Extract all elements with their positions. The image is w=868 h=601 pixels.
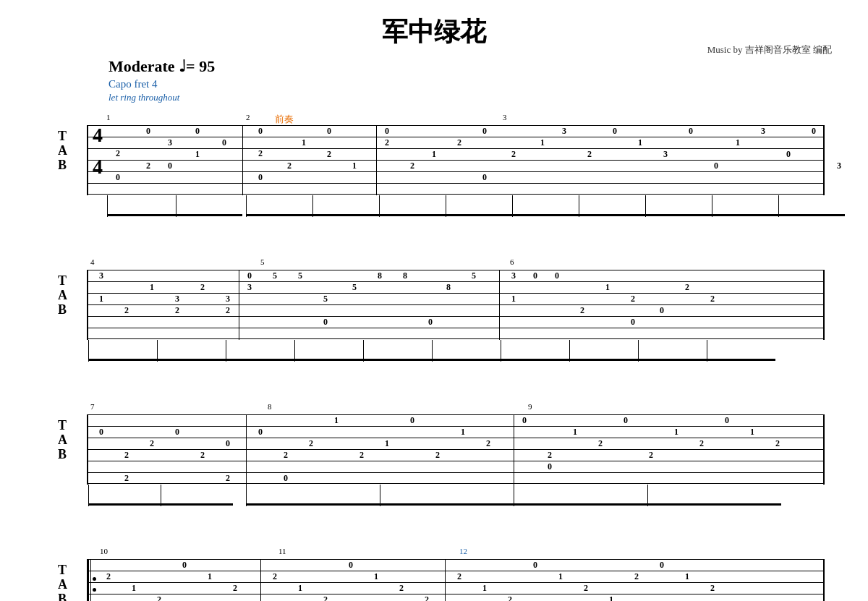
note: 1	[605, 282, 610, 293]
note: 2	[323, 594, 328, 601]
tempo-label: Moderate ♩= 95	[109, 57, 868, 76]
note: 2	[150, 438, 154, 449]
note: 0	[258, 427, 263, 438]
note: 1	[685, 571, 689, 582]
tab-system-1: T A B 4 4 前奏 1 2 0	[43, 107, 825, 223]
staff-4: T A B 10 2 0 1 2 0 1 2 11 2 0 1	[43, 541, 825, 601]
staff-lines-2	[87, 270, 825, 339]
note: 0	[258, 172, 263, 183]
note: 0	[222, 137, 226, 148]
note: 0	[555, 270, 559, 281]
note: 1	[558, 571, 563, 582]
note: 0	[323, 317, 328, 328]
tab-system-4: T A B 10 2 0 1 2 0 1 2 11 2 0 1	[43, 541, 825, 601]
measure-num-3: 3	[503, 113, 507, 122]
note: 0	[349, 560, 353, 571]
note: 0	[714, 161, 718, 171]
note: 8	[378, 270, 382, 281]
tab-label-2: T A B	[58, 273, 67, 317]
tab-label-1: T A B	[58, 129, 67, 172]
note: 1	[352, 161, 357, 171]
note: 2	[457, 137, 461, 148]
note: 2	[116, 148, 120, 159]
note: 5	[352, 282, 357, 293]
note: 0	[786, 149, 791, 160]
note: 0	[410, 415, 414, 426]
note: 1	[132, 583, 136, 594]
note: 1	[573, 427, 577, 438]
note: 3	[175, 294, 179, 304]
measure-num-12: 12	[459, 547, 467, 555]
note: 1	[638, 137, 642, 148]
note: 0	[195, 126, 200, 137]
note: 2	[631, 294, 635, 304]
note: 0	[99, 427, 103, 438]
note: 3	[663, 149, 668, 160]
note: 1	[195, 149, 200, 160]
note: 0	[660, 305, 664, 316]
note: 0	[689, 126, 693, 137]
note: 2	[124, 305, 129, 316]
note: 2	[284, 450, 288, 461]
tempo-section: Moderate ♩= 95 Capo fret 4 let ring thro…	[109, 57, 868, 103]
barline-1	[242, 125, 243, 195]
note: 3	[247, 282, 252, 293]
note: 1	[540, 137, 545, 148]
note: 0	[548, 461, 552, 472]
note: 1	[374, 571, 378, 582]
note: 2	[157, 594, 161, 601]
note: 1	[302, 137, 306, 148]
staff-lines-3	[87, 414, 825, 484]
measure-num-9: 9	[528, 402, 532, 411]
note: 1	[99, 294, 103, 304]
note: 2	[486, 438, 490, 449]
staff-lines-4	[87, 559, 825, 601]
note: 2	[258, 148, 263, 159]
note: 2	[106, 571, 111, 582]
note: 2	[226, 305, 230, 316]
staff-1: T A B 4 4 前奏 1 2 0	[43, 107, 825, 223]
note: 0	[482, 126, 487, 137]
note: 1	[334, 415, 339, 426]
note: 0	[812, 126, 816, 137]
note: 2	[699, 438, 704, 449]
note: 5	[472, 270, 476, 281]
note: 0	[533, 560, 537, 571]
note: 2	[775, 438, 780, 449]
note: 1	[511, 294, 516, 304]
note: 3	[761, 126, 765, 137]
note: 2	[124, 450, 129, 461]
staff-3: T A B 7 0 2 2 2 0 2 2 0 8 0 2 0 2 1 2	[43, 396, 825, 512]
staff-2: T A B 4 3 1 2 1 3 2 2 3 2 5 0 3 5 5 5	[43, 252, 825, 367]
note: 0	[428, 317, 433, 328]
note: 2	[634, 571, 639, 582]
measure-num-8: 8	[268, 402, 272, 411]
note: 0	[660, 560, 664, 571]
note: 2	[124, 473, 129, 484]
measure-num-4: 4	[90, 257, 95, 266]
note: 5	[298, 270, 302, 281]
note: 1	[736, 137, 740, 148]
note: 2	[146, 161, 150, 171]
note: 0	[168, 161, 172, 171]
let-ring-label: let ring throughout	[109, 92, 868, 103]
note: 1	[208, 571, 212, 582]
note: 2	[410, 161, 414, 171]
note: 2	[457, 571, 461, 582]
note: 2	[233, 583, 237, 594]
note: 2	[226, 473, 230, 484]
note: 0	[258, 126, 263, 137]
note: 2	[508, 594, 512, 601]
note: 2	[287, 161, 292, 171]
note: 2	[399, 583, 404, 594]
note: 0	[522, 415, 527, 426]
note: 0	[385, 126, 389, 137]
note: 2	[175, 305, 179, 316]
note: 1	[298, 583, 302, 594]
note: 2	[548, 450, 552, 461]
note: 2	[385, 137, 389, 148]
barline-2	[376, 125, 377, 195]
note: 1	[432, 149, 436, 160]
note: 2	[200, 282, 205, 293]
measure-num-1: 1	[106, 113, 111, 122]
